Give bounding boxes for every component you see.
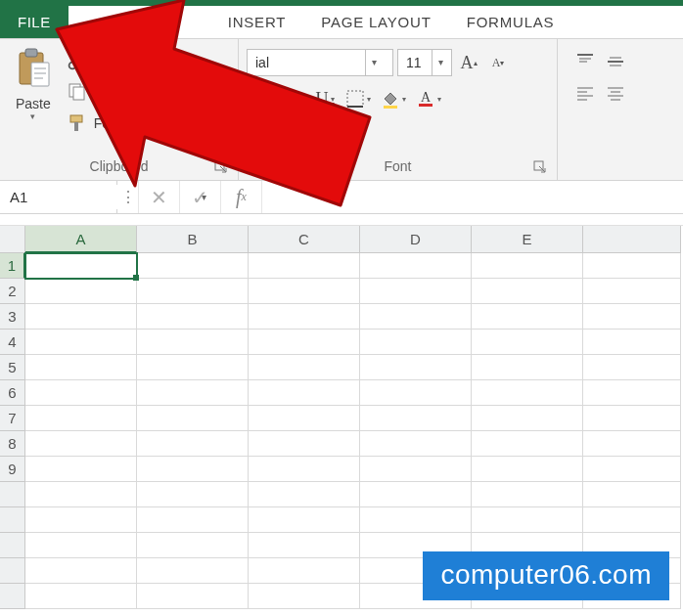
font-size-combo[interactable]: 11 ▾: [397, 49, 452, 76]
cell[interactable]: [583, 482, 681, 507]
paste-dropdown-icon[interactable]: ▾: [30, 111, 35, 121]
cell[interactable]: [472, 304, 583, 330]
cell[interactable]: [137, 279, 249, 304]
cell[interactable]: [249, 406, 360, 431]
tab-page-layout[interactable]: PAGE LAYOUT: [303, 6, 448, 38]
font-color-button[interactable]: A ▾: [411, 84, 446, 113]
row-header[interactable]: [0, 533, 25, 558]
cell[interactable]: [25, 533, 137, 558]
align-middle-button[interactable]: [602, 49, 628, 74]
cell[interactable]: [137, 431, 249, 457]
enter-formula-button[interactable]: ✓: [180, 181, 221, 213]
tab-insert[interactable]: INSERT: [210, 6, 304, 38]
row-header-7[interactable]: 7: [0, 406, 25, 431]
cell[interactable]: [472, 279, 583, 304]
cell[interactable]: [25, 406, 137, 431]
cell[interactable]: [137, 558, 249, 584]
copy-button[interactable]: C ▾: [67, 78, 232, 106]
row-header-3[interactable]: 3: [0, 304, 25, 330]
align-left-button[interactable]: [571, 80, 598, 106]
bold-button[interactable]: B: [247, 84, 278, 113]
cell[interactable]: [249, 558, 360, 584]
cell[interactable]: [472, 457, 583, 482]
cell[interactable]: [249, 457, 360, 482]
cell[interactable]: [137, 482, 249, 507]
cell-a1[interactable]: [25, 253, 137, 279]
column-header-d[interactable]: D: [360, 226, 472, 253]
column-header-c[interactable]: C: [249, 226, 360, 253]
cell[interactable]: [583, 304, 681, 330]
cell[interactable]: [583, 380, 681, 406]
cell[interactable]: [137, 253, 249, 279]
cell[interactable]: [137, 507, 249, 533]
cell[interactable]: [25, 431, 137, 457]
cell[interactable]: [137, 304, 249, 330]
row-header-6[interactable]: 6: [0, 380, 25, 406]
name-box[interactable]: ▾: [0, 181, 117, 213]
cell[interactable]: [25, 355, 137, 380]
cell[interactable]: [472, 380, 583, 406]
cell[interactable]: [360, 431, 472, 457]
cell[interactable]: [249, 431, 360, 457]
cell[interactable]: [25, 279, 137, 304]
cell[interactable]: [25, 304, 137, 330]
cell[interactable]: [249, 304, 360, 330]
cell[interactable]: [583, 406, 681, 431]
cell[interactable]: [360, 507, 472, 533]
tab-formulas[interactable]: FORMULAS: [449, 6, 572, 38]
dialog-launcher-clipboard[interactable]: [214, 160, 228, 174]
cell[interactable]: [249, 355, 360, 380]
cell[interactable]: [583, 253, 681, 279]
row-header-5[interactable]: 5: [0, 355, 25, 380]
underline-button[interactable]: U▾: [309, 84, 341, 113]
chevron-down-icon[interactable]: ▾: [432, 50, 449, 75]
decrease-font-size-button[interactable]: A▾: [485, 49, 511, 76]
format-painter-button[interactable]: Format Painter: [67, 110, 232, 137]
select-all-corner[interactable]: [0, 226, 25, 253]
cell[interactable]: [472, 431, 583, 457]
cell[interactable]: [360, 380, 472, 406]
cell[interactable]: [472, 355, 583, 380]
cell[interactable]: [25, 558, 137, 584]
cell[interactable]: [25, 482, 137, 507]
row-header[interactable]: [0, 482, 25, 507]
formula-input[interactable]: [262, 181, 683, 213]
cut-button[interactable]: C: [67, 47, 232, 74]
border-button[interactable]: ▾: [341, 84, 376, 113]
copy-dropdown-icon[interactable]: ▾: [221, 87, 226, 97]
column-header-f[interactable]: [583, 226, 681, 253]
row-header[interactable]: [0, 507, 25, 533]
cell[interactable]: [583, 431, 681, 457]
fill-color-button[interactable]: ▾: [376, 84, 411, 113]
row-header-9[interactable]: 9: [0, 457, 25, 482]
cell[interactable]: [249, 507, 360, 533]
column-header-e[interactable]: E: [472, 226, 583, 253]
align-center-button[interactable]: [602, 80, 628, 106]
cell[interactable]: [137, 406, 249, 431]
cell[interactable]: [360, 482, 472, 507]
increase-font-size-button[interactable]: A▴: [456, 49, 481, 76]
cell[interactable]: [137, 380, 249, 406]
cell[interactable]: [472, 507, 583, 533]
cell[interactable]: [472, 330, 583, 355]
cell[interactable]: [249, 584, 360, 609]
tab-file[interactable]: FILE: [0, 6, 68, 38]
cell[interactable]: [360, 457, 472, 482]
dialog-launcher-font[interactable]: [533, 160, 547, 174]
cell[interactable]: [249, 380, 360, 406]
cell[interactable]: [137, 355, 249, 380]
font-name-combo[interactable]: ial ▾: [247, 49, 393, 76]
cell[interactable]: [360, 406, 472, 431]
cell[interactable]: [583, 355, 681, 380]
cell[interactable]: [249, 533, 360, 558]
cell[interactable]: [249, 482, 360, 507]
row-header-2[interactable]: 2: [0, 279, 25, 304]
cancel-formula-button[interactable]: ✕: [139, 181, 180, 213]
cell[interactable]: [360, 304, 472, 330]
cell[interactable]: [360, 253, 472, 279]
cell[interactable]: [137, 584, 249, 609]
cell[interactable]: [249, 279, 360, 304]
cell[interactable]: [25, 584, 137, 609]
cell[interactable]: [137, 457, 249, 482]
row-header[interactable]: [0, 558, 25, 584]
